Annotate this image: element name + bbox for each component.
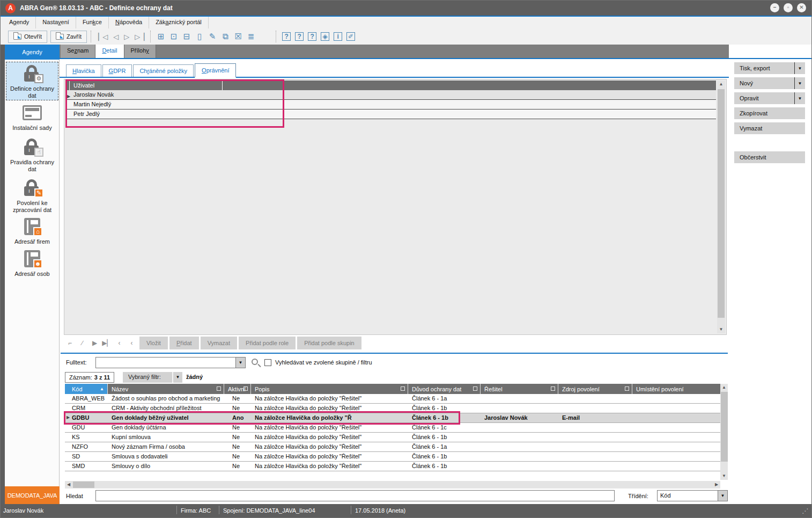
minimize-button[interactable]: – xyxy=(770,3,779,12)
users-grid-vscrollbar[interactable]: ▲ ▼ xyxy=(717,81,725,333)
edit-button[interactable]: Opravit ▼ xyxy=(734,92,805,104)
menu-item[interactable]: Nápověda xyxy=(109,17,149,28)
column-filter-icon[interactable] xyxy=(625,386,629,391)
user-row[interactable]: ▶ Jaroslav Novák xyxy=(65,90,716,100)
record-nav-icon[interactable]: ▷▕ xyxy=(131,33,146,41)
sidebar-item-instalacni-sady[interactable]: Instalační sady xyxy=(6,101,58,128)
column-header-resitel[interactable]: Řešitel xyxy=(481,384,558,394)
selected-filter-button[interactable]: Vybraný filtr: xyxy=(123,372,172,383)
grid-action-button[interactable]: Přidat podle role xyxy=(239,337,296,349)
scroll-down-icon[interactable]: ▼ xyxy=(717,326,725,333)
toolbar-help-icon[interactable]: i xyxy=(332,31,344,42)
table-vscrollbar[interactable]: ▲ ▼ xyxy=(720,384,728,480)
menu-item[interactable]: Agendy xyxy=(3,17,36,28)
table-row[interactable]: ▶ KS Kupní smlouva Ne Na záložce Hlavičk… xyxy=(65,433,720,442)
menu-item[interactable]: Funkce xyxy=(76,17,109,28)
table-row[interactable]: ▶ GDU Gen doklady účtárna Ne Na záložce … xyxy=(65,423,720,433)
scrollbar-thumb[interactable] xyxy=(73,481,94,488)
table-row[interactable]: ▶ GDBU Gen doklady běžný uživatel Ano Na… xyxy=(65,413,720,423)
grid-nav-icon[interactable]: ∕ xyxy=(76,339,88,347)
grid-nav-icon[interactable]: ▶▏ xyxy=(101,339,113,347)
column-header-kod[interactable]: Kód▲ xyxy=(65,384,108,394)
toolbar-help-icon[interactable]: ? xyxy=(293,31,305,42)
table-hscrollbar[interactable]: ◀ ▶ xyxy=(65,481,720,488)
hledat-input[interactable] xyxy=(95,490,615,501)
main-tab[interactable]: Přílohy xyxy=(124,45,156,58)
toolbar-help-icon[interactable]: ◈ xyxy=(319,31,331,42)
detail-sub-tab[interactable]: GDPR xyxy=(102,64,132,77)
fulltext-input[interactable]: ▼ xyxy=(95,357,246,368)
table-row[interactable]: ▶ ABRA_WEB Žádost o souhlas pro obchod a… xyxy=(65,394,720,404)
toolbar-doc-icon[interactable]: ▯ xyxy=(194,31,205,42)
sort-select[interactable]: Kód ▼ xyxy=(657,490,728,501)
scroll-left-icon[interactable]: ◀ xyxy=(65,481,72,488)
toolbar-doc-icon[interactable]: ⊟ xyxy=(181,31,193,42)
toolbar-help-icon[interactable]: ? xyxy=(306,31,318,42)
sidebar-item-adresar-osob[interactable]: ☻ Adresář osob xyxy=(6,247,58,275)
split-dropdown-icon[interactable]: ▼ xyxy=(794,62,805,74)
column-filter-icon[interactable] xyxy=(217,386,221,391)
table-row[interactable]: ▶ SD Smlouva s dodavateli Ne Na záložce … xyxy=(65,452,720,462)
sidebar-item-adresar-firem[interactable]: ⌂ Adresář firem xyxy=(6,215,58,243)
scrollbar-thumb[interactable] xyxy=(721,392,728,462)
record-nav-icon[interactable]: ▏◁ xyxy=(95,33,110,41)
split-dropdown-icon[interactable]: ▼ xyxy=(794,92,805,104)
table-row[interactable]: ▶ NZFO Nový záznam Firma / osoba Ne Na z… xyxy=(65,442,720,452)
menu-item[interactable]: Nastavení xyxy=(36,17,76,28)
scroll-down-icon[interactable]: ▼ xyxy=(720,472,728,480)
grid-nav-icon[interactable]: ‹ xyxy=(113,339,126,347)
scroll-up-icon[interactable]: ▲ xyxy=(720,384,728,391)
detail-sub-tab[interactable]: Hlavička xyxy=(66,64,101,77)
search-in-group-checkbox[interactable] xyxy=(264,359,271,366)
table-row[interactable]: ▶ CRM CRM - Aktivity obchodní příležitos… xyxy=(65,404,720,413)
scroll-right-icon[interactable]: ▶ xyxy=(713,481,720,488)
user-row[interactable]: ▶ Petr Jedlý xyxy=(65,110,716,119)
column-filter-icon[interactable] xyxy=(473,386,477,391)
column-header-uzivatel[interactable]: Uživatel xyxy=(70,81,223,90)
grid-nav-icon[interactable]: ▶ xyxy=(88,339,101,347)
toolbar-doc-icon[interactable]: ≣ xyxy=(245,31,257,42)
resize-grip-icon[interactable]: ⋰ xyxy=(802,507,808,515)
grid-nav-icon[interactable]: ‹ xyxy=(126,339,138,347)
column-filter-icon[interactable] xyxy=(551,386,555,391)
toolbar-doc-icon[interactable]: ⊞ xyxy=(155,31,167,42)
record-nav-icon[interactable]: ▷ xyxy=(121,33,131,41)
detail-sub-tab[interactable]: Oprávnění xyxy=(195,63,236,78)
toolbar-doc-icon[interactable]: ☒ xyxy=(232,31,244,42)
sidebar-item-povoleni-ke-zpracovani-dat[interactable]: ✎ Povolení ke zpracování dat xyxy=(6,177,58,211)
filter-dropdown-icon[interactable]: ▼ xyxy=(172,372,182,383)
scrollbar-thumb[interactable] xyxy=(718,89,725,318)
grid-action-button[interactable]: Vložit xyxy=(139,337,168,349)
toolbar-help-icon[interactable]: ? xyxy=(280,31,292,42)
split-dropdown-icon[interactable]: ▼ xyxy=(794,77,805,89)
main-tab[interactable]: Seznam xyxy=(61,45,95,58)
users-grid-header[interactable]: Uživatel xyxy=(65,81,716,90)
toolbar-doc-icon[interactable]: ⧉ xyxy=(219,31,231,42)
table-row[interactable]: ▶ SMD Smlouvy o dílo Ne Na záložce Hlavi… xyxy=(65,462,720,471)
column-filter-icon[interactable] xyxy=(243,386,248,391)
toolbar-doc-icon[interactable]: ✎ xyxy=(206,31,218,42)
refresh-button[interactable]: Občerstvit xyxy=(734,151,805,163)
new-button[interactable]: Nový ▼ xyxy=(734,77,805,89)
delete-button[interactable]: Vymazat xyxy=(734,122,805,134)
sidebar-item-definice-ochrany-dat[interactable]: ⚙ Definice ochrany dat xyxy=(6,62,58,100)
close-agenda-button[interactable]: Zavřít xyxy=(50,31,87,43)
column-header-umisteni-povoleni[interactable]: Umístění povolení xyxy=(632,384,720,394)
column-header-nazev[interactable]: Název xyxy=(108,384,224,394)
maximize-button[interactable]: ▫ xyxy=(784,3,793,12)
column-header-zdroj-povoleni[interactable]: Zdroj povolení xyxy=(558,384,632,394)
copy-button[interactable]: Zkopírovat xyxy=(734,107,805,119)
detail-sub-tab[interactable]: Chráněné položky xyxy=(133,64,194,77)
open-button[interactable]: Otevřít xyxy=(8,31,47,43)
menu-item[interactable]: Zákaznický portál xyxy=(149,17,209,28)
column-header-popis[interactable]: Popis xyxy=(251,384,408,394)
column-header-aktivni[interactable]: Aktivní xyxy=(224,384,251,394)
grid-nav-icon[interactable]: ⌐ xyxy=(64,339,76,347)
search-icon[interactable] xyxy=(252,359,258,365)
dropdown-arrow-icon[interactable]: ▼ xyxy=(235,358,245,368)
main-tab[interactable]: Detail xyxy=(95,45,124,58)
grid-action-button[interactable]: Přidat xyxy=(169,337,199,349)
close-button[interactable]: ✕ xyxy=(797,3,806,12)
record-nav-icon[interactable]: ◁ xyxy=(110,33,121,41)
scroll-up-icon[interactable]: ▲ xyxy=(717,81,725,88)
